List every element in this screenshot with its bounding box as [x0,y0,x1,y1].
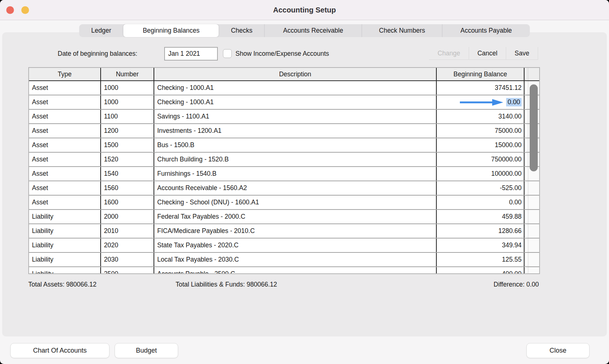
cell-description[interactable]: Bus - 1500.B [154,138,437,152]
tab-check-numbers[interactable]: Check Numbers [362,24,442,37]
tab-beginning-balances[interactable]: Beginning Balances [123,24,219,37]
cell-type[interactable]: Asset [29,196,101,209]
cell-type[interactable]: Asset [29,95,101,109]
cell-balance[interactable]: 400.00 [437,267,525,273]
cell-type[interactable]: Asset [29,138,101,152]
header-gap [525,68,528,80]
column-header-beginning-balance[interactable]: Beginning Balance [437,68,525,80]
cell-type[interactable]: Asset [29,167,101,181]
cell-balance[interactable]: 459.88 [437,210,525,223]
cell-description[interactable]: Checking - 1000.A1 [154,81,437,95]
cell-type[interactable]: Liability [29,239,101,252]
cell-number[interactable]: 2500 [101,267,154,273]
table-scrollbar[interactable] [530,84,538,268]
show-income-expense-checkbox[interactable] [223,49,232,58]
tab-checks[interactable]: Checks [219,24,264,37]
table-row[interactable]: Asset 1200 Investments - 1200.A1 75000.0… [29,124,539,138]
cell-balance[interactable]: 0.00 [437,95,525,109]
cell-number[interactable]: 1000 [101,81,154,95]
cell-gap [525,267,528,273]
cell-description[interactable]: Checking - School (DNU) - 1600.A1 [154,196,437,209]
cell-description[interactable]: State Tax Payables - 2020.C [154,239,437,252]
cell-balance[interactable]: 3140.00 [437,110,525,123]
column-header-description[interactable]: Description [154,68,437,80]
cell-gap [525,253,528,266]
save-button[interactable]: Save [506,47,538,60]
table-row[interactable]: Liability 2500 Accounts Payable - 2500.C… [29,267,539,273]
cell-description[interactable]: Furnishings - 1540.B [154,167,437,181]
cell-type[interactable]: Liability [29,253,101,266]
cell-type[interactable]: Asset [29,181,101,195]
table-row[interactable]: Asset 1000 Checking - 1000.A1 0.00 [29,95,539,110]
table-row[interactable]: Liability 2000 Federal Tax Payables - 20… [29,210,539,224]
column-header-number[interactable]: Number [101,68,154,80]
table-row[interactable]: Asset 1000 Checking - 1000.A1 37451.12 [29,81,539,95]
cell-description[interactable]: Accounts Payable - 2500.C [154,267,437,273]
cell-number[interactable]: 1500 [101,138,154,152]
table-row[interactable]: Asset 1560 Accounts Receivable - 1560.A2… [29,181,539,196]
cancel-button[interactable]: Cancel [469,47,506,60]
cell-number[interactable]: 2020 [101,239,154,252]
cell-balance[interactable]: 100000.00 [437,167,525,181]
cell-description[interactable]: Local Tax Payables - 2030.C [154,253,437,266]
table-row[interactable]: Asset 1100 Savings - 1100.A1 3140.00 [29,110,539,124]
change-button[interactable]: Change [429,47,469,60]
header-scroll-gap [528,68,539,80]
total-assets: Total Assets: 980066.12 [28,281,97,288]
table-row[interactable]: Liability 2010 FICA/Medicare Payables - … [29,224,539,239]
cell-balance[interactable]: 37451.12 [437,81,525,95]
cell-balance[interactable]: 125.55 [437,253,525,266]
cell-description[interactable]: Accounts Receivable - 1560.A2 [154,181,437,195]
table-row[interactable]: Asset 1540 Furnishings - 1540.B 100000.0… [29,167,539,181]
cell-description[interactable]: Federal Tax Payables - 2000.C [154,210,437,223]
cell-description[interactable]: Investments - 1200.A1 [154,124,437,138]
cell-balance[interactable]: -525.00 [437,181,525,195]
scrollbar-thumb[interactable] [530,84,538,171]
cell-number[interactable]: 1000 [101,95,154,109]
chart-of-accounts-button[interactable]: Chart Of Accounts [10,343,109,358]
table-row[interactable]: Asset 1520 Church Building - 1520.B 7500… [29,153,539,167]
cell-number[interactable]: 2010 [101,224,154,238]
tab-accounts-payable[interactable]: Accounts Payable [442,24,530,37]
table-row[interactable]: Asset 1500 Bus - 1500.B 15000.00 [29,138,539,153]
column-header-type[interactable]: Type [29,68,101,80]
cell-type[interactable]: Liability [29,224,101,238]
cell-number[interactable]: 2000 [101,210,154,223]
tab-ledger[interactable]: Ledger [79,24,123,37]
cell-type[interactable]: Asset [29,153,101,166]
cell-type[interactable]: Asset [29,124,101,138]
cell-gap [525,167,528,181]
date-input[interactable] [164,47,218,61]
table-row[interactable]: Asset 1600 Checking - School (DNU) - 160… [29,196,539,210]
cell-balance[interactable]: 75000.00 [437,124,525,138]
cell-balance[interactable]: 349.94 [437,239,525,252]
cell-number[interactable]: 1560 [101,181,154,195]
cell-number[interactable]: 1200 [101,124,154,138]
cell-gap [525,239,528,252]
cell-type[interactable]: Liability [29,267,101,273]
cell-number[interactable]: 1520 [101,153,154,166]
cell-number[interactable]: 2030 [101,253,154,266]
cell-number[interactable]: 1600 [101,196,154,209]
close-button[interactable]: Close [526,343,590,358]
cell-balance[interactable]: 15000.00 [437,138,525,152]
tab-accounts-receivable[interactable]: Accounts Receivable [264,24,362,37]
cell-number[interactable]: 1540 [101,167,154,181]
cell-gap [525,224,528,238]
cell-number[interactable]: 1100 [101,110,154,123]
cell-type[interactable]: Liability [29,210,101,223]
cell-description[interactable]: Church Building - 1520.B [154,153,437,166]
cell-type[interactable]: Asset [29,81,101,95]
table-row[interactable]: Liability 2020 State Tax Payables - 2020… [29,239,539,253]
budget-button[interactable]: Budget [115,343,178,358]
date-of-beginning-balances-label: Date of beginning balances: [58,47,137,61]
cell-balance[interactable]: 1280.66 [437,224,525,238]
cell-type[interactable]: Asset [29,110,101,123]
cell-gap [525,210,528,223]
cell-description[interactable]: Checking - 1000.A1 [154,95,437,109]
table-row[interactable]: Liability 2030 Local Tax Payables - 2030… [29,253,539,267]
cell-description[interactable]: FICA/Medicare Payables - 2010.C [154,224,437,238]
cell-description[interactable]: Savings - 1100.A1 [154,110,437,123]
cell-balance[interactable]: 750000.00 [437,153,525,166]
cell-balance[interactable]: 0.00 [437,196,525,209]
